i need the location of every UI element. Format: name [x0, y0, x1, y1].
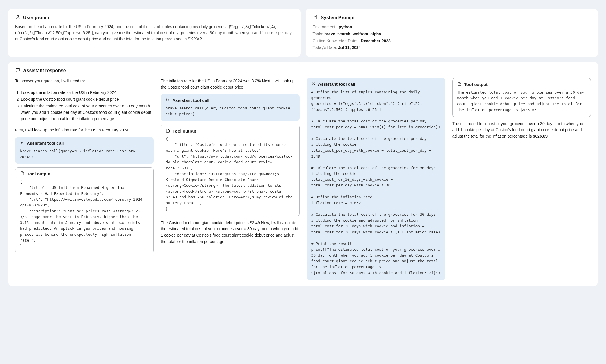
- assistant-columns: To answer your question, I will need to:…: [15, 78, 591, 280]
- col1-after-steps: First, I will look up the inflation rate…: [15, 127, 154, 133]
- col2-tool-output: Tool output { "title": "Costco's food co…: [161, 125, 299, 216]
- col1-tool-call: Assistant tool call brave_search.call(qu…: [15, 137, 154, 164]
- col2-tool-output-title: Tool output: [173, 129, 196, 133]
- page-container: User prompt Based on the inflation rate …: [6, 6, 600, 289]
- user-prompt-header: User prompt: [15, 14, 294, 21]
- column-3: Assistant tool call # Define the list of…: [307, 78, 445, 280]
- col3-tool-call-code: # Define the list of tuples containing t…: [311, 89, 441, 276]
- tools-label: Tools:: [313, 32, 324, 36]
- col2-tool-output-code: { "title": "Costco's food court replaced…: [166, 136, 294, 212]
- tools-value: brave_search, wolfram_alpha: [324, 32, 381, 36]
- col2-before: The inflation rate for the US in Februar…: [161, 78, 299, 90]
- col1-tool-output-code: { "title": "US Inflation Remained Higher…: [20, 179, 149, 249]
- tools-line: Tools: brave_search, wolfram_alpha: [313, 31, 591, 38]
- col1-tool-call-header: Assistant tool call: [20, 140, 149, 146]
- svg-point-0: [17, 15, 19, 17]
- user-icon: [15, 14, 20, 21]
- col4-final-suffix: .: [548, 134, 549, 138]
- cutting-value: December 2023: [361, 39, 391, 43]
- col3-tool-call: Assistant tool call # Define the list of…: [307, 78, 445, 280]
- system-prompt-header: System Prompt: [313, 14, 591, 21]
- system-prompt-title: System Prompt: [321, 15, 355, 20]
- assistant-header: Assistant response: [15, 67, 591, 74]
- column-1: To answer your question, I will need to:…: [15, 78, 154, 280]
- col1-tool-output-header: Tool output: [20, 171, 149, 177]
- tools-icon: [165, 98, 170, 103]
- col4-final-prefix: The estimated total cost of your groceri…: [452, 121, 583, 138]
- chat-icon: [15, 67, 20, 74]
- tools-icon: [311, 81, 316, 87]
- col2-after: The Costco food court giant cookie debut…: [161, 220, 299, 245]
- file-text-icon: [313, 14, 318, 21]
- column-2: The inflation rate for the US in Februar…: [161, 78, 299, 280]
- today-label: Today's Date:: [313, 45, 338, 50]
- cutting-line: Cutting Knowledge Date: : December 2023: [313, 38, 591, 45]
- cutting-label: Cutting Knowledge Date: :: [313, 39, 361, 43]
- col1-steps: Look up the inflation rate for the US in…: [15, 88, 154, 124]
- col1-tool-call-code: brave_search.call(query="US inflation ra…: [20, 148, 149, 160]
- file-icon: [457, 82, 462, 87]
- col2-tool-call: Assistant tool call brave_search.call(qu…: [161, 94, 299, 121]
- col2-tool-call-header: Assistant tool call: [165, 98, 295, 103]
- assistant-response-card: Assistant response To answer your questi…: [8, 62, 598, 286]
- col4-tool-output: Tool output The estimated total cost of …: [452, 78, 591, 117]
- col4-tool-output-title: Tool output: [464, 82, 488, 87]
- col3-tool-call-header: Assistant tool call: [311, 81, 441, 87]
- col2-tool-output-header: Tool output: [166, 128, 294, 134]
- col2-tool-call-code: brave_search.call(query="Costco food cou…: [165, 105, 295, 117]
- top-row: User prompt Based on the inflation rate …: [8, 9, 598, 57]
- env-line: Environment: ipython,: [313, 24, 591, 31]
- file-icon: [166, 128, 170, 134]
- file-icon: [20, 171, 25, 177]
- system-prompt-card: System Prompt Environment: ipython, Tool…: [306, 9, 598, 57]
- col1-tool-call-title: Assistant tool call: [27, 141, 64, 146]
- col4-final-bold: $626.63: [533, 134, 548, 138]
- today-line: Today's Date: Jul 11, 2024: [313, 44, 591, 51]
- col1-intro: To answer your question, I will need to:: [15, 78, 154, 84]
- col4-tool-output-code: The estimated total cost of your groceri…: [457, 89, 586, 113]
- tools-icon: [20, 140, 24, 146]
- col3-tool-call-title: Assistant tool call: [318, 82, 355, 87]
- user-prompt-body: Based on the inflation rate for the US i…: [15, 24, 294, 42]
- user-prompt-title: User prompt: [23, 15, 51, 20]
- step-2: Look up the Costco food court giant cook…: [21, 96, 154, 103]
- col2-tool-call-title: Assistant tool call: [172, 98, 209, 103]
- env-label: Environment:: [313, 25, 338, 29]
- col1-tool-output-title: Tool output: [27, 171, 50, 176]
- assistant-title: Assistant response: [23, 68, 66, 73]
- col4-tool-output-header: Tool output: [457, 82, 586, 87]
- column-4: Tool output The estimated total cost of …: [452, 78, 591, 280]
- user-prompt-card: User prompt Based on the inflation rate …: [8, 9, 301, 57]
- today-value: Jul 11, 2024: [338, 45, 361, 50]
- col4-final: The estimated total cost of your groceri…: [452, 121, 591, 140]
- env-value: ipython,: [338, 25, 353, 29]
- step-1: Look up the inflation rate for the US in…: [21, 89, 154, 96]
- col1-tool-output: Tool output { "title": "US Inflation Rem…: [15, 167, 154, 253]
- step-3: Calculate the estimated total cost of yo…: [21, 103, 154, 122]
